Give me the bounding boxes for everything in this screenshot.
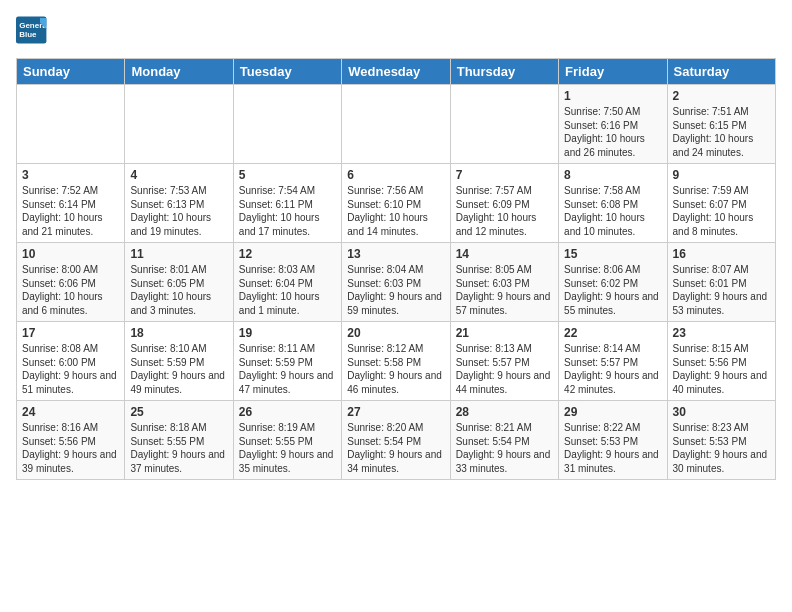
day-content: Sunrise: 8:08 AM Sunset: 6:00 PM Dayligh… [22, 342, 119, 396]
calendar-header-saturday: Saturday [667, 59, 775, 85]
day-number: 19 [239, 326, 336, 340]
calendar-cell: 3Sunrise: 7:52 AM Sunset: 6:14 PM Daylig… [17, 164, 125, 243]
day-content: Sunrise: 8:13 AM Sunset: 5:57 PM Dayligh… [456, 342, 553, 396]
calendar-week-1: 1Sunrise: 7:50 AM Sunset: 6:16 PM Daylig… [17, 85, 776, 164]
calendar-week-4: 17Sunrise: 8:08 AM Sunset: 6:00 PM Dayli… [17, 322, 776, 401]
day-number: 13 [347, 247, 444, 261]
calendar-cell: 18Sunrise: 8:10 AM Sunset: 5:59 PM Dayli… [125, 322, 233, 401]
calendar-cell: 25Sunrise: 8:18 AM Sunset: 5:55 PM Dayli… [125, 401, 233, 480]
calendar-week-3: 10Sunrise: 8:00 AM Sunset: 6:06 PM Dayli… [17, 243, 776, 322]
day-number: 17 [22, 326, 119, 340]
day-number: 4 [130, 168, 227, 182]
day-number: 6 [347, 168, 444, 182]
calendar-cell: 13Sunrise: 8:04 AM Sunset: 6:03 PM Dayli… [342, 243, 450, 322]
day-number: 12 [239, 247, 336, 261]
calendar-cell: 15Sunrise: 8:06 AM Sunset: 6:02 PM Dayli… [559, 243, 667, 322]
logo-icon: General Blue [16, 16, 48, 44]
calendar-cell: 21Sunrise: 8:13 AM Sunset: 5:57 PM Dayli… [450, 322, 558, 401]
day-content: Sunrise: 7:57 AM Sunset: 6:09 PM Dayligh… [456, 184, 553, 238]
calendar-cell: 22Sunrise: 8:14 AM Sunset: 5:57 PM Dayli… [559, 322, 667, 401]
day-number: 28 [456, 405, 553, 419]
day-content: Sunrise: 7:54 AM Sunset: 6:11 PM Dayligh… [239, 184, 336, 238]
day-content: Sunrise: 8:14 AM Sunset: 5:57 PM Dayligh… [564, 342, 661, 396]
day-content: Sunrise: 8:03 AM Sunset: 6:04 PM Dayligh… [239, 263, 336, 317]
day-content: Sunrise: 7:50 AM Sunset: 6:16 PM Dayligh… [564, 105, 661, 159]
calendar-cell: 20Sunrise: 8:12 AM Sunset: 5:58 PM Dayli… [342, 322, 450, 401]
calendar-cell: 26Sunrise: 8:19 AM Sunset: 5:55 PM Dayli… [233, 401, 341, 480]
day-content: Sunrise: 8:07 AM Sunset: 6:01 PM Dayligh… [673, 263, 770, 317]
day-number: 27 [347, 405, 444, 419]
calendar-cell: 8Sunrise: 7:58 AM Sunset: 6:08 PM Daylig… [559, 164, 667, 243]
day-content: Sunrise: 8:05 AM Sunset: 6:03 PM Dayligh… [456, 263, 553, 317]
day-number: 18 [130, 326, 227, 340]
day-number: 16 [673, 247, 770, 261]
day-content: Sunrise: 8:22 AM Sunset: 5:53 PM Dayligh… [564, 421, 661, 475]
day-content: Sunrise: 8:10 AM Sunset: 5:59 PM Dayligh… [130, 342, 227, 396]
calendar-cell: 29Sunrise: 8:22 AM Sunset: 5:53 PM Dayli… [559, 401, 667, 480]
calendar-cell: 5Sunrise: 7:54 AM Sunset: 6:11 PM Daylig… [233, 164, 341, 243]
calendar-cell: 19Sunrise: 8:11 AM Sunset: 5:59 PM Dayli… [233, 322, 341, 401]
day-content: Sunrise: 8:11 AM Sunset: 5:59 PM Dayligh… [239, 342, 336, 396]
calendar-week-2: 3Sunrise: 7:52 AM Sunset: 6:14 PM Daylig… [17, 164, 776, 243]
calendar-cell: 11Sunrise: 8:01 AM Sunset: 6:05 PM Dayli… [125, 243, 233, 322]
calendar-cell: 2Sunrise: 7:51 AM Sunset: 6:15 PM Daylig… [667, 85, 775, 164]
calendar-body: 1Sunrise: 7:50 AM Sunset: 6:16 PM Daylig… [17, 85, 776, 480]
calendar-header-friday: Friday [559, 59, 667, 85]
calendar-cell: 14Sunrise: 8:05 AM Sunset: 6:03 PM Dayli… [450, 243, 558, 322]
day-content: Sunrise: 7:53 AM Sunset: 6:13 PM Dayligh… [130, 184, 227, 238]
day-content: Sunrise: 8:21 AM Sunset: 5:54 PM Dayligh… [456, 421, 553, 475]
day-content: Sunrise: 8:04 AM Sunset: 6:03 PM Dayligh… [347, 263, 444, 317]
svg-text:Blue: Blue [19, 30, 37, 39]
day-content: Sunrise: 8:15 AM Sunset: 5:56 PM Dayligh… [673, 342, 770, 396]
calendar-cell [450, 85, 558, 164]
calendar-header-row: SundayMondayTuesdayWednesdayThursdayFrid… [17, 59, 776, 85]
calendar-cell [17, 85, 125, 164]
calendar-cell: 6Sunrise: 7:56 AM Sunset: 6:10 PM Daylig… [342, 164, 450, 243]
calendar-week-5: 24Sunrise: 8:16 AM Sunset: 5:56 PM Dayli… [17, 401, 776, 480]
day-content: Sunrise: 8:16 AM Sunset: 5:56 PM Dayligh… [22, 421, 119, 475]
calendar-cell [342, 85, 450, 164]
day-content: Sunrise: 7:51 AM Sunset: 6:15 PM Dayligh… [673, 105, 770, 159]
day-content: Sunrise: 7:56 AM Sunset: 6:10 PM Dayligh… [347, 184, 444, 238]
day-number: 11 [130, 247, 227, 261]
day-content: Sunrise: 8:00 AM Sunset: 6:06 PM Dayligh… [22, 263, 119, 317]
calendar-cell: 12Sunrise: 8:03 AM Sunset: 6:04 PM Dayli… [233, 243, 341, 322]
day-number: 15 [564, 247, 661, 261]
day-content: Sunrise: 8:12 AM Sunset: 5:58 PM Dayligh… [347, 342, 444, 396]
day-content: Sunrise: 7:52 AM Sunset: 6:14 PM Dayligh… [22, 184, 119, 238]
calendar-cell [233, 85, 341, 164]
calendar-cell: 27Sunrise: 8:20 AM Sunset: 5:54 PM Dayli… [342, 401, 450, 480]
day-number: 24 [22, 405, 119, 419]
day-content: Sunrise: 8:01 AM Sunset: 6:05 PM Dayligh… [130, 263, 227, 317]
calendar-cell: 30Sunrise: 8:23 AM Sunset: 5:53 PM Dayli… [667, 401, 775, 480]
day-number: 26 [239, 405, 336, 419]
day-number: 2 [673, 89, 770, 103]
day-content: Sunrise: 7:59 AM Sunset: 6:07 PM Dayligh… [673, 184, 770, 238]
day-number: 5 [239, 168, 336, 182]
day-number: 8 [564, 168, 661, 182]
day-number: 9 [673, 168, 770, 182]
day-number: 7 [456, 168, 553, 182]
day-number: 25 [130, 405, 227, 419]
calendar-header-wednesday: Wednesday [342, 59, 450, 85]
day-number: 10 [22, 247, 119, 261]
day-number: 21 [456, 326, 553, 340]
calendar-header-sunday: Sunday [17, 59, 125, 85]
calendar-cell: 16Sunrise: 8:07 AM Sunset: 6:01 PM Dayli… [667, 243, 775, 322]
day-content: Sunrise: 8:20 AM Sunset: 5:54 PM Dayligh… [347, 421, 444, 475]
day-content: Sunrise: 8:23 AM Sunset: 5:53 PM Dayligh… [673, 421, 770, 475]
day-number: 3 [22, 168, 119, 182]
day-number: 22 [564, 326, 661, 340]
day-content: Sunrise: 8:18 AM Sunset: 5:55 PM Dayligh… [130, 421, 227, 475]
calendar-cell: 10Sunrise: 8:00 AM Sunset: 6:06 PM Dayli… [17, 243, 125, 322]
logo: General Blue [16, 16, 56, 44]
calendar-cell: 7Sunrise: 7:57 AM Sunset: 6:09 PM Daylig… [450, 164, 558, 243]
day-content: Sunrise: 7:58 AM Sunset: 6:08 PM Dayligh… [564, 184, 661, 238]
calendar-header-thursday: Thursday [450, 59, 558, 85]
day-number: 14 [456, 247, 553, 261]
calendar-cell: 17Sunrise: 8:08 AM Sunset: 6:00 PM Dayli… [17, 322, 125, 401]
calendar-cell: 4Sunrise: 7:53 AM Sunset: 6:13 PM Daylig… [125, 164, 233, 243]
day-number: 20 [347, 326, 444, 340]
day-content: Sunrise: 8:19 AM Sunset: 5:55 PM Dayligh… [239, 421, 336, 475]
calendar-cell: 1Sunrise: 7:50 AM Sunset: 6:16 PM Daylig… [559, 85, 667, 164]
